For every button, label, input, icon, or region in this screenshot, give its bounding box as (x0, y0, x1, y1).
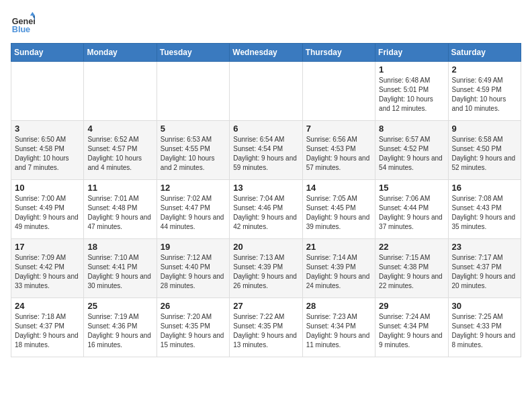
calendar-cell: 1Sunrise: 6:48 AM Sunset: 5:01 PM Daylig… (375, 62, 448, 121)
calendar-row-1: 3Sunrise: 6:50 AM Sunset: 4:58 PM Daylig… (11, 121, 521, 180)
col-header-saturday: Saturday (448, 44, 521, 62)
calendar-cell: 2Sunrise: 6:49 AM Sunset: 4:59 PM Daylig… (448, 62, 521, 121)
day-info: Sunrise: 7:09 AM Sunset: 4:42 PM Dayligh… (15, 253, 80, 291)
calendar-cell: 13Sunrise: 7:04 AM Sunset: 4:46 PM Dayli… (230, 180, 302, 239)
day-info: Sunrise: 7:23 AM Sunset: 4:34 PM Dayligh… (306, 312, 371, 350)
day-info: Sunrise: 7:10 AM Sunset: 4:41 PM Dayligh… (87, 253, 152, 291)
day-number: 8 (379, 124, 444, 134)
day-number: 7 (306, 124, 371, 134)
day-number: 2 (452, 64, 517, 75)
calendar-cell (157, 62, 229, 121)
calendar-cell (302, 62, 375, 121)
day-number: 20 (233, 242, 298, 252)
day-info: Sunrise: 7:20 AM Sunset: 4:35 PM Dayligh… (161, 312, 226, 350)
day-info: Sunrise: 7:00 AM Sunset: 4:49 PM Dayligh… (15, 194, 80, 232)
calendar-row-4: 24Sunrise: 7:18 AM Sunset: 4:37 PM Dayli… (11, 298, 521, 357)
calendar-cell: 17Sunrise: 7:09 AM Sunset: 4:42 PM Dayli… (11, 239, 84, 298)
calendar-cell: 30Sunrise: 7:25 AM Sunset: 4:33 PM Dayli… (448, 298, 521, 357)
logo-icon: General Blue (11, 11, 35, 35)
day-number: 14 (306, 183, 371, 193)
day-number: 5 (161, 124, 226, 134)
day-info: Sunrise: 7:14 AM Sunset: 4:39 PM Dayligh… (306, 253, 371, 291)
calendar-cell: 26Sunrise: 7:20 AM Sunset: 4:35 PM Dayli… (157, 298, 229, 357)
day-number: 29 (379, 301, 444, 311)
header: General Blue (11, 11, 521, 35)
day-number: 9 (452, 124, 517, 134)
day-info: Sunrise: 6:48 AM Sunset: 5:01 PM Dayligh… (379, 76, 444, 113)
day-info: Sunrise: 7:06 AM Sunset: 4:44 PM Dayligh… (379, 194, 444, 232)
col-header-wednesday: Wednesday (230, 44, 302, 62)
day-info: Sunrise: 6:58 AM Sunset: 4:50 PM Dayligh… (452, 135, 517, 173)
day-info: Sunrise: 6:54 AM Sunset: 4:54 PM Dayligh… (233, 135, 298, 173)
svg-marker-2 (30, 12, 35, 15)
day-info: Sunrise: 7:18 AM Sunset: 4:37 PM Dayligh… (15, 312, 80, 350)
day-info: Sunrise: 7:13 AM Sunset: 4:39 PM Dayligh… (233, 253, 298, 291)
day-number: 27 (233, 301, 298, 311)
day-number: 28 (306, 301, 371, 311)
day-number: 22 (379, 242, 444, 252)
day-number: 26 (161, 301, 226, 311)
day-number: 23 (452, 242, 517, 252)
day-number: 12 (161, 183, 226, 193)
calendar-cell: 3Sunrise: 6:50 AM Sunset: 4:58 PM Daylig… (11, 121, 84, 180)
day-number: 15 (379, 183, 444, 193)
day-number: 6 (233, 124, 298, 134)
day-number: 21 (306, 242, 371, 252)
day-info: Sunrise: 6:52 AM Sunset: 4:57 PM Dayligh… (87, 135, 152, 173)
calendar-cell: 24Sunrise: 7:18 AM Sunset: 4:37 PM Dayli… (11, 298, 84, 357)
day-number: 16 (452, 183, 517, 193)
calendar-cell: 28Sunrise: 7:23 AM Sunset: 4:34 PM Dayli… (302, 298, 375, 357)
calendar-cell (84, 62, 157, 121)
day-number: 13 (233, 183, 298, 193)
calendar-cell: 8Sunrise: 6:57 AM Sunset: 4:52 PM Daylig… (375, 121, 448, 180)
calendar-table: SundayMondayTuesdayWednesdayThursdayFrid… (11, 43, 521, 357)
col-header-monday: Monday (84, 44, 157, 62)
calendar-cell: 11Sunrise: 7:01 AM Sunset: 4:48 PM Dayli… (84, 180, 157, 239)
day-number: 11 (87, 183, 152, 193)
calendar-cell: 23Sunrise: 7:17 AM Sunset: 4:37 PM Dayli… (448, 239, 521, 298)
day-info: Sunrise: 7:04 AM Sunset: 4:46 PM Dayligh… (233, 194, 298, 232)
day-info: Sunrise: 7:17 AM Sunset: 4:37 PM Dayligh… (452, 253, 517, 291)
day-number: 19 (161, 242, 226, 252)
calendar-cell (11, 62, 84, 121)
day-info: Sunrise: 7:02 AM Sunset: 4:47 PM Dayligh… (161, 194, 226, 232)
calendar-cell: 19Sunrise: 7:12 AM Sunset: 4:40 PM Dayli… (157, 239, 229, 298)
day-info: Sunrise: 7:19 AM Sunset: 4:36 PM Dayligh… (87, 312, 152, 350)
svg-text:Blue: Blue (12, 25, 30, 34)
day-info: Sunrise: 7:24 AM Sunset: 4:34 PM Dayligh… (379, 312, 444, 350)
day-info: Sunrise: 7:15 AM Sunset: 4:38 PM Dayligh… (379, 253, 444, 291)
day-number: 17 (15, 242, 80, 252)
day-info: Sunrise: 7:25 AM Sunset: 4:33 PM Dayligh… (452, 312, 517, 350)
calendar-cell: 5Sunrise: 6:53 AM Sunset: 4:55 PM Daylig… (157, 121, 229, 180)
calendar-cell: 25Sunrise: 7:19 AM Sunset: 4:36 PM Dayli… (84, 298, 157, 357)
calendar-cell: 4Sunrise: 6:52 AM Sunset: 4:57 PM Daylig… (84, 121, 157, 180)
day-number: 24 (15, 301, 80, 311)
day-info: Sunrise: 6:56 AM Sunset: 4:53 PM Dayligh… (306, 135, 371, 173)
calendar-header-row: SundayMondayTuesdayWednesdayThursdayFrid… (11, 44, 521, 62)
calendar-cell: 21Sunrise: 7:14 AM Sunset: 4:39 PM Dayli… (302, 239, 375, 298)
calendar-cell: 6Sunrise: 6:54 AM Sunset: 4:54 PM Daylig… (230, 121, 302, 180)
calendar-cell: 15Sunrise: 7:06 AM Sunset: 4:44 PM Dayli… (375, 180, 448, 239)
calendar-cell: 7Sunrise: 6:56 AM Sunset: 4:53 PM Daylig… (302, 121, 375, 180)
col-header-sunday: Sunday (11, 44, 84, 62)
col-header-friday: Friday (375, 44, 448, 62)
day-info: Sunrise: 7:08 AM Sunset: 4:43 PM Dayligh… (452, 194, 517, 232)
calendar-cell: 10Sunrise: 7:00 AM Sunset: 4:49 PM Dayli… (11, 180, 84, 239)
calendar-cell: 12Sunrise: 7:02 AM Sunset: 4:47 PM Dayli… (157, 180, 229, 239)
calendar-row-3: 17Sunrise: 7:09 AM Sunset: 4:42 PM Dayli… (11, 239, 521, 298)
calendar-cell: 20Sunrise: 7:13 AM Sunset: 4:39 PM Dayli… (230, 239, 302, 298)
logo: General Blue (11, 11, 38, 35)
day-info: Sunrise: 7:01 AM Sunset: 4:48 PM Dayligh… (87, 194, 152, 232)
calendar-cell: 27Sunrise: 7:22 AM Sunset: 4:35 PM Dayli… (230, 298, 302, 357)
day-number: 18 (87, 242, 152, 252)
calendar-cell (230, 62, 302, 121)
day-number: 30 (452, 301, 517, 311)
calendar-cell: 29Sunrise: 7:24 AM Sunset: 4:34 PM Dayli… (375, 298, 448, 357)
day-info: Sunrise: 7:12 AM Sunset: 4:40 PM Dayligh… (161, 253, 226, 291)
day-info: Sunrise: 6:50 AM Sunset: 4:58 PM Dayligh… (15, 135, 80, 173)
day-info: Sunrise: 6:49 AM Sunset: 4:59 PM Dayligh… (452, 76, 517, 113)
day-info: Sunrise: 6:53 AM Sunset: 4:55 PM Dayligh… (161, 135, 226, 173)
calendar-cell: 16Sunrise: 7:08 AM Sunset: 4:43 PM Dayli… (448, 180, 521, 239)
calendar-row-2: 10Sunrise: 7:00 AM Sunset: 4:49 PM Dayli… (11, 180, 521, 239)
calendar-cell: 9Sunrise: 6:58 AM Sunset: 4:50 PM Daylig… (448, 121, 521, 180)
